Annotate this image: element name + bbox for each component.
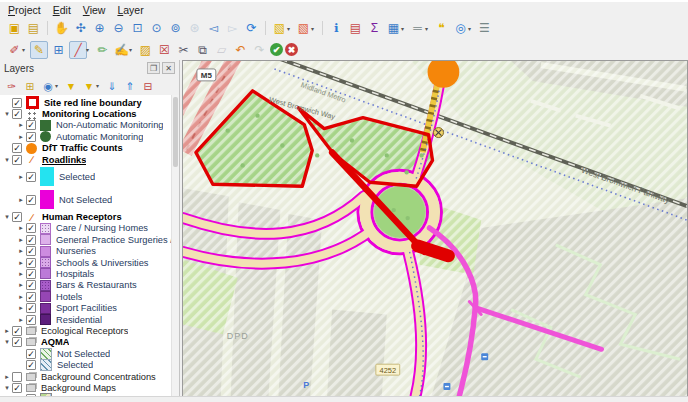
- layer-item-hotels[interactable]: ▸✓Hotels: [0, 291, 171, 302]
- expander-icon[interactable]: ▾: [2, 156, 12, 164]
- layer-item-general-practice-surgeries-clinics[interactable]: ▸✓General Practice Surgeries / Clinics: [0, 234, 171, 245]
- layer-item-aqma[interactable]: ▾✓AQMA: [0, 337, 171, 348]
- zoom-to-selection-button[interactable]: ⊙: [148, 20, 165, 37]
- expander-icon[interactable]: ▸: [16, 196, 26, 204]
- zoom-last-button[interactable]: ◅: [205, 20, 222, 37]
- layer-item-dft-traffic-counts[interactable]: ✓DfT Traffic Counts: [0, 143, 171, 154]
- vertex-tool-button[interactable]: ✍: [113, 41, 130, 58]
- layer-item-selected[interactable]: ▸✓Selected: [0, 165, 171, 188]
- zoom-next-button[interactable]: ▻: [224, 20, 241, 37]
- layer-item-bars-restaurants[interactable]: ▸✓Bars & Restaurants: [0, 280, 171, 291]
- zoom-native-button[interactable]: ⊛: [186, 20, 203, 37]
- layer-checkbox[interactable]: ✓: [26, 349, 36, 359]
- expander-icon[interactable]: ▾: [2, 213, 12, 221]
- layer-checkbox[interactable]: ✓: [12, 326, 22, 336]
- digitize-with-segment-button[interactable]: ╱: [69, 41, 87, 59]
- layer-checkbox[interactable]: ✓: [12, 109, 22, 119]
- layer-checkbox[interactable]: ✓: [26, 172, 36, 182]
- open-project-button[interactable]: ▤: [25, 20, 42, 37]
- add-polygon-feature-button[interactable]: ✏: [94, 41, 111, 58]
- zoom-in-button[interactable]: ⊕: [91, 20, 108, 37]
- zoom-out-button[interactable]: ⊖: [110, 20, 127, 37]
- layer-checkbox[interactable]: ✓: [12, 143, 22, 153]
- menu-edit[interactable]: Edit: [49, 3, 79, 17]
- layer-checkbox[interactable]: ✓: [26, 120, 36, 130]
- delete-selected-button[interactable]: ☒: [156, 41, 173, 58]
- layer-checkbox[interactable]: ✓: [26, 315, 36, 325]
- open-attribute-table-dropdown[interactable]: ▾: [401, 25, 408, 32]
- layer-checkbox[interactable]: ✓: [26, 292, 36, 302]
- layer-checkbox[interactable]: ✓: [26, 303, 36, 313]
- zoom-to-layer-button[interactable]: ⊚: [167, 20, 184, 37]
- menu-layer[interactable]: Layer: [113, 3, 151, 17]
- copy-features-button[interactable]: ⧉: [194, 41, 211, 58]
- layer-checkbox[interactable]: ✓: [26, 360, 36, 370]
- refresh-map-button[interactable]: ⟳: [243, 20, 260, 37]
- layer-checkbox[interactable]: [12, 372, 22, 382]
- manage-map-themes-button[interactable]: ◉: [40, 78, 56, 94]
- expander-icon[interactable]: ▸: [16, 236, 26, 244]
- expander-icon[interactable]: ▸: [16, 121, 26, 129]
- layer-item-site-red-line-boundary[interactable]: ✓Site red line boundary: [0, 97, 171, 108]
- deselect-features-button[interactable]: ▧: [295, 20, 312, 37]
- expander-icon[interactable]: ▸: [16, 247, 26, 255]
- layer-checkbox[interactable]: ✓: [26, 132, 36, 142]
- layer-checkbox[interactable]: ✓: [26, 269, 36, 279]
- layer-item-care-nursing-homes[interactable]: ▸✓Care / Nursing Homes: [0, 223, 171, 234]
- zoom-full-button[interactable]: ⊡: [129, 20, 146, 37]
- layer-checkbox[interactable]: ✓: [26, 258, 36, 268]
- identify-features-button[interactable]: ℹ: [328, 20, 345, 37]
- modify-attributes-button[interactable]: ▨: [137, 41, 154, 58]
- layer-checkbox[interactable]: ✓: [12, 212, 22, 222]
- current-edits-button[interactable]: ✐: [6, 41, 23, 58]
- toggle-editing-button[interactable]: ✎: [30, 41, 48, 59]
- layer-checkbox[interactable]: ✓: [12, 98, 22, 108]
- map-canvas[interactable]: M5 Midland Metro West Bromwich Way West …: [182, 60, 688, 397]
- scrollbar-thumb[interactable]: [173, 97, 178, 167]
- measure-line-button[interactable]: ═: [409, 20, 426, 37]
- expander-icon[interactable]: ▸: [16, 224, 26, 232]
- stop-abort-button[interactable]: ✖: [285, 43, 298, 56]
- cut-features-button[interactable]: ✂: [175, 41, 192, 58]
- new-spatial-bookmark-button[interactable]: ◎: [452, 20, 469, 37]
- undo-button[interactable]: ↶: [232, 41, 249, 58]
- statistics-sum-button[interactable]: Σ: [366, 20, 383, 37]
- pan-map-button[interactable]: ✋: [53, 20, 70, 37]
- expander-icon[interactable]: ▸: [16, 293, 26, 301]
- expander-icon[interactable]: ▸: [2, 373, 12, 381]
- layer-item-not-selected[interactable]: ✓Not Selected: [0, 348, 171, 359]
- filter-by-expression-dropdown[interactable]: ▾: [96, 82, 103, 89]
- layer-item-hospitals[interactable]: ▸✓Hospitals: [0, 268, 171, 279]
- expander-icon[interactable]: ▸: [2, 327, 12, 335]
- layer-item-not-selected[interactable]: ▸✓Not Selected: [0, 188, 171, 211]
- layer-item-schools-universities[interactable]: ▸✓Schools & Universities: [0, 257, 171, 268]
- pan-to-selection-button[interactable]: ✣: [72, 20, 89, 37]
- menu-view[interactable]: View: [79, 3, 114, 17]
- layer-item-ecological-receptors[interactable]: ▸✓Ecological Receptors: [0, 325, 171, 336]
- deselect-features-dropdown[interactable]: ▾: [311, 25, 318, 32]
- digitize-with-segment-dropdown[interactable]: ▾: [86, 46, 93, 53]
- layer-item-monitoring-locations[interactable]: ▾✓Monitoring Locations: [0, 108, 171, 119]
- new-spatial-bookmark-dropdown[interactable]: ▾: [468, 25, 475, 32]
- select-features-dropdown[interactable]: ▾: [287, 25, 294, 32]
- vertex-tool-dropdown[interactable]: ▾: [129, 46, 136, 53]
- layer-item-automatic-monitoring[interactable]: ▸✓Automatic Monitoring: [0, 131, 171, 142]
- expander-icon[interactable]: ▾: [2, 110, 12, 118]
- open-layer-styling-button[interactable]: ✑: [4, 78, 20, 94]
- expander-icon[interactable]: ▸: [16, 173, 26, 181]
- layer-item-roadlinks[interactable]: ▾✓∕Roadlinks: [0, 154, 171, 165]
- dock-panel-button[interactable]: ❐: [147, 62, 160, 74]
- layer-checkbox[interactable]: ✓: [26, 195, 36, 205]
- layer-item-selected[interactable]: ✓Selected: [0, 359, 171, 370]
- layer-item-human-receptors[interactable]: ▾✓∕Human Receptors: [0, 211, 171, 222]
- open-attribute-table-button[interactable]: ▦: [385, 20, 402, 37]
- expand-all-button[interactable]: ⇓: [104, 78, 120, 94]
- current-edits-dropdown[interactable]: ▾: [22, 46, 29, 53]
- layer-item-residential[interactable]: ▸✓Residential: [0, 314, 171, 325]
- redo-button[interactable]: ↷: [251, 41, 268, 58]
- filter-legend-button[interactable]: ▼: [63, 78, 79, 94]
- layer-item-background-maps[interactable]: ▾✓Background Maps: [0, 382, 171, 393]
- new-project-button[interactable]: ▣: [6, 20, 23, 37]
- paste-features-button[interactable]: ▱: [213, 41, 230, 58]
- filter-by-expression-button[interactable]: ▼: [81, 78, 97, 94]
